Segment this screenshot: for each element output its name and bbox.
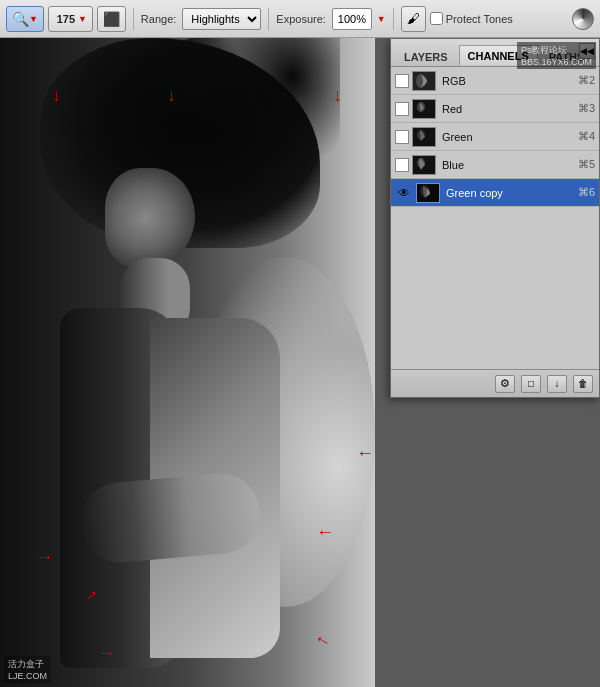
red-arrow-8: ←	[98, 644, 116, 662]
channel-thumb-red	[412, 99, 436, 119]
dodge-tool-button[interactable]: 🔍 ▼	[6, 6, 44, 32]
channel-name-green-copy: Green copy	[446, 187, 578, 199]
blue-thumbnail	[413, 156, 435, 174]
red-arrow-6: ←	[36, 548, 54, 566]
exposure-icon: ⬛	[103, 12, 120, 26]
brush-size-value: 175	[54, 13, 78, 25]
visibility-eye-green-copy[interactable]: 👁	[395, 184, 413, 202]
channel-row-red[interactable]: Red ⌘3	[391, 95, 599, 123]
delete-icon: 🗑	[578, 378, 588, 389]
divider-2	[268, 8, 269, 30]
visibility-checkbox-blue[interactable]	[395, 158, 409, 172]
range-select[interactable]: Highlights Midtones Shadows	[182, 8, 261, 30]
channel-thumb-rgb	[412, 71, 436, 91]
channel-row-rgb[interactable]: RGB ⌘2	[391, 67, 599, 95]
channel-shortcut-rgb: ⌘2	[578, 74, 595, 87]
photo-background	[0, 38, 375, 687]
red-arrow-3: ↓	[333, 86, 342, 104]
exposure-input[interactable]	[332, 8, 372, 30]
channel-shortcut-green-copy: ⌘6	[578, 186, 595, 199]
airbrush-icon: 🖌	[407, 11, 420, 26]
red-arrow-1: ↓	[52, 86, 61, 104]
channel-name-rgb: RGB	[442, 75, 578, 87]
gradient-wheel	[572, 8, 594, 30]
rgb-thumbnail	[413, 72, 435, 90]
brush-size-display[interactable]: 175 ▼	[48, 6, 93, 32]
panel-load-channel-button[interactable]: ↓	[547, 375, 567, 393]
watermark-top-right: Ps教程论坛 BBS.16YX6.COM	[517, 42, 596, 69]
visibility-checkbox-green[interactable]	[395, 130, 409, 144]
watermark-bottom-left: 活力盒子 LJE.COM	[4, 656, 51, 683]
divider-3	[393, 8, 394, 30]
channel-thumb-green-copy	[416, 183, 440, 203]
red-arrow-5: ←	[316, 523, 334, 541]
channel-name-red: Red	[442, 103, 578, 115]
panel-new-channel-button[interactable]: □	[521, 375, 541, 393]
exposure-label: Exposure:	[276, 13, 326, 25]
channel-name-green: Green	[442, 131, 578, 143]
panel-settings-button[interactable]: ⚙	[495, 375, 515, 393]
green-thumbnail	[413, 128, 435, 146]
divider-1	[133, 8, 134, 30]
red-arrow-4: ←	[356, 444, 374, 462]
range-label: Range:	[141, 13, 176, 25]
channel-name-blue: Blue	[442, 159, 578, 171]
panel-footer: ⚙ □ ↓ 🗑	[391, 369, 599, 397]
red-thumbnail	[413, 100, 435, 118]
channel-shortcut-blue: ⌘5	[578, 158, 595, 171]
channel-row-green-copy[interactable]: 👁 Green copy ⌘6	[391, 179, 599, 207]
load-channel-icon: ↓	[555, 378, 560, 389]
hair-far-right	[220, 38, 340, 168]
visibility-checkbox-red[interactable]	[395, 102, 409, 116]
canvas-area: ↓ ↓ ↓ ← ← ← ← ← ← LAYERS CHANNELS PATHS …	[0, 38, 600, 687]
visibility-checkbox-rgb[interactable]	[395, 74, 409, 88]
green-copy-thumbnail	[417, 184, 439, 202]
tab-layers[interactable]: LAYERS	[395, 46, 457, 66]
red-arrow-2: ↓	[167, 86, 176, 104]
channels-panel: LAYERS CHANNELS PATHS ◀◀ RGB ⌘2	[390, 38, 600, 398]
toolbar: 🔍 ▼ 175 ▼ ⬛ Range: Highlights Midtones S…	[0, 0, 600, 38]
channel-row-green[interactable]: Green ⌘4	[391, 123, 599, 151]
dodge-icon: 🔍	[12, 12, 29, 26]
protect-tones-checkbox[interactable]	[430, 12, 443, 25]
channel-row-blue[interactable]: Blue ⌘5	[391, 151, 599, 179]
channel-shortcut-red: ⌘3	[578, 102, 595, 115]
panel-delete-channel-button[interactable]: 🗑	[573, 375, 593, 393]
airbrush-toggle[interactable]: 🖌	[401, 6, 426, 32]
channel-thumb-blue	[412, 155, 436, 175]
new-channel-icon: □	[528, 378, 534, 389]
protect-tones-label[interactable]: Protect Tones	[430, 12, 513, 25]
channel-thumb-green	[412, 127, 436, 147]
settings-icon: ⚙	[500, 377, 510, 390]
exposure-icon-btn[interactable]: ⬛	[97, 6, 126, 32]
channel-shortcut-green: ⌘4	[578, 130, 595, 143]
